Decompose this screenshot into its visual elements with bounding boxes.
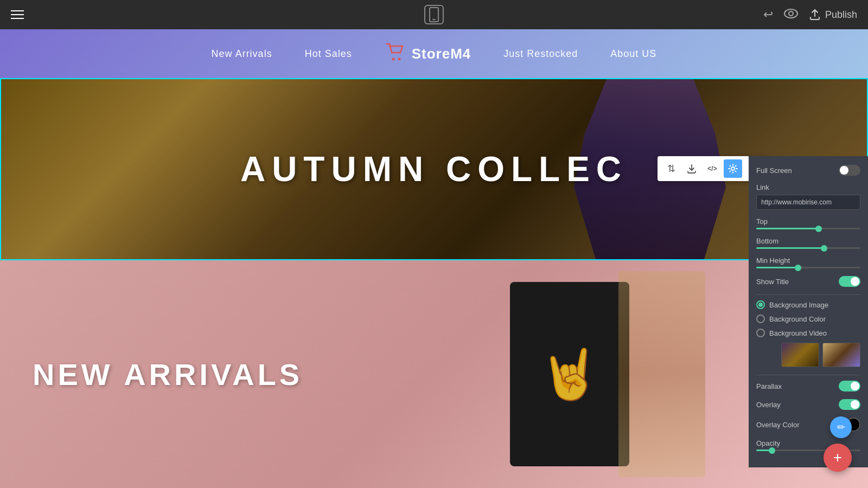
svg-point-4 [731,167,735,170]
hamburger-menu[interactable] [11,10,24,19]
overlay-label: Overlay [756,401,781,409]
settings-button[interactable] [724,159,742,178]
top-toolbar: ↩ Publish [0,0,868,29]
svg-point-2 [392,57,394,60]
nav-item-hot-sales[interactable]: Hot Sales [305,48,352,60]
mobile-view-button[interactable] [424,5,444,24]
min-height-label: Min Height [756,256,860,265]
toolbar-center [424,5,444,24]
bg-image-row[interactable]: Background Image [756,300,860,309]
bg-color-radio[interactable] [756,314,765,323]
download-section-button[interactable] [682,159,701,178]
link-input[interactable] [756,195,860,210]
link-label-row: Link [756,183,860,191]
bottom-slider-row: Bottom [756,237,860,249]
nav-brand: StoreM4 [385,43,471,65]
nav-item-new-arrivals[interactable]: New Arrivals [212,48,272,60]
overlay-row: Overlay [756,399,860,410]
edit-fab[interactable]: ✏ [830,416,852,438]
svg-point-1 [789,11,793,16]
divider-2 [756,375,860,375]
brand-name: StoreM4 [412,46,471,62]
full-screen-label: Full Screen [756,166,792,175]
bottom-slider[interactable] [756,247,860,249]
divider-1 [756,294,860,295]
top-slider[interactable] [756,228,860,229]
parallax-label: Parallax [756,382,782,390]
bg-video-label: Background Video [769,329,827,337]
svg-point-0 [784,9,797,18]
top-label: Top [756,217,860,226]
top-slider-row: Top [756,217,860,229]
add-fab[interactable]: + [824,444,852,472]
add-icon: + [833,449,842,466]
bg-color-label: Background Color [769,315,826,323]
bg-thumbnail-1[interactable] [781,343,819,367]
bg-color-row[interactable]: Background Color [756,314,860,323]
min-height-slider[interactable] [756,267,860,268]
svg-point-3 [398,57,400,60]
show-title-row: Show Title [756,276,860,287]
bg-video-row[interactable]: Background Video [756,329,860,337]
settings-panel: Full Screen Link Top Bottom [749,156,868,467]
full-screen-toggle[interactable] [839,165,860,176]
link-label: Link [756,183,769,191]
bg-thumbnail-2[interactable] [822,343,860,367]
hero-title: AUTUMN COLLEC [240,149,628,189]
bg-video-radio[interactable] [756,329,765,337]
toolbar-left [11,10,24,19]
parallax-row: Parallax [756,381,860,391]
phone-device-icon [429,7,439,22]
arrivals-figure: 🤘 [434,260,705,488]
overlay-toggle[interactable] [839,399,860,410]
bg-image-label: Background Image [769,301,828,309]
nav-item-about-us[interactable]: About US [610,48,656,60]
publish-button[interactable]: Publish [809,9,857,21]
cart-icon [385,43,405,65]
bg-image-radio[interactable] [756,300,765,309]
show-title-toggle[interactable] [839,276,860,287]
parallax-toggle[interactable] [839,381,860,391]
arrivals-title: NEW ARRIVALS [33,357,303,392]
arrivals-section: NEW ARRIVALS 🤘 [0,260,868,488]
undo-button[interactable]: ↩ [763,8,773,22]
preview-button[interactable] [784,8,798,22]
bg-thumbnail-row [756,343,860,367]
full-screen-row: Full Screen [756,165,860,176]
navbar: New Arrivals Hot Sales StoreM4 Just Rest… [0,29,868,78]
overlay-color-label: Overlay Color [756,421,799,429]
edit-icon: ✏ [837,421,845,433]
code-button[interactable]: </> [703,159,722,178]
move-up-down-button[interactable]: ⇅ [662,159,680,178]
toolbar-right: ↩ Publish [763,8,857,22]
show-title-label: Show Title [756,278,789,286]
bottom-label: Bottom [756,237,860,245]
nav-item-just-restocked[interactable]: Just Restocked [503,48,578,60]
publish-label: Publish [825,9,857,21]
min-height-slider-row: Min Height [756,256,860,268]
